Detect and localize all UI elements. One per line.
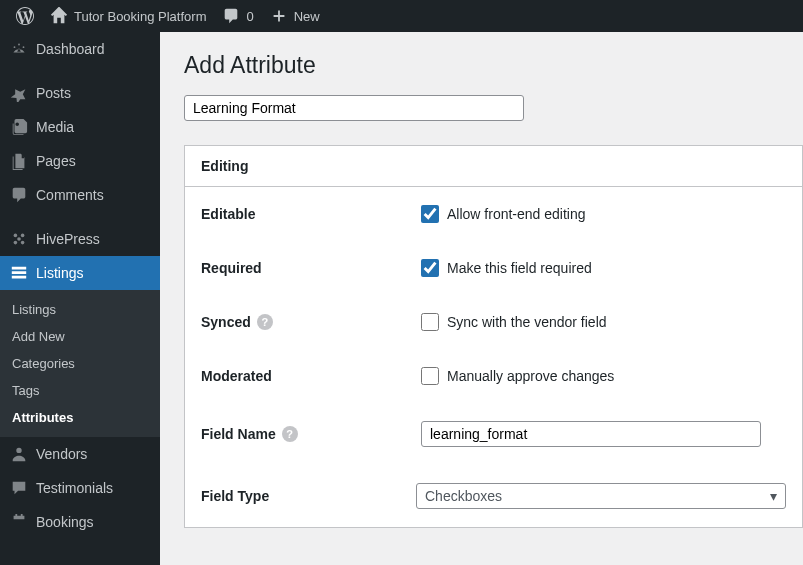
main-content: Add Attribute Editing Editable Allow fro… [160,32,803,565]
new-content-link[interactable]: New [262,0,328,32]
help-icon[interactable]: ? [282,426,298,442]
comment-icon [10,186,28,204]
row-field-name: Field Name ? [185,403,802,465]
checkbox-label-editable: Allow front-end editing [447,206,586,222]
new-label: New [294,9,320,24]
help-icon[interactable]: ? [257,314,273,330]
pages-icon [10,152,28,170]
menu-testimonials[interactable]: Testimonials [0,471,160,505]
panel-header: Editing [185,146,802,187]
admin-topbar: Tutor Booking Platform 0 New [0,0,803,32]
menu-comments[interactable]: Comments [0,178,160,212]
hivepress-icon [10,230,28,248]
label-field-name: Field Name [201,426,276,442]
vendors-icon [10,445,28,463]
checkbox-label-required: Make this field required [447,260,592,276]
svg-point-2 [14,241,18,245]
svg-point-1 [21,234,25,238]
label-field-type: Field Type [201,488,416,504]
media-icon [10,118,28,136]
submenu-listings: Listings Add New Categories Tags Attribu… [0,290,160,437]
input-field-name[interactable] [421,421,761,447]
checkbox-moderated[interactable] [421,367,439,385]
checkbox-editable[interactable] [421,205,439,223]
chevron-down-icon: ▾ [770,488,777,504]
row-required: Required Make this field required [185,241,802,295]
checkbox-label-synced: Sync with the vendor field [447,314,607,330]
comment-icon [222,7,240,25]
comment-count: 0 [246,9,253,24]
admin-sidebar: Dashboard Posts Media Pages Comments Hiv… [0,32,160,565]
home-icon [50,7,68,25]
menu-hivepress[interactable]: HivePress [0,222,160,256]
checkbox-synced[interactable] [421,313,439,331]
plus-icon [270,7,288,25]
label-editable: Editable [201,206,421,222]
svg-point-4 [17,237,21,241]
svg-point-0 [14,234,18,238]
wordpress-icon [16,7,34,25]
bookings-icon [10,513,28,531]
pin-icon [10,84,28,102]
submenu-item-tags[interactable]: Tags [0,377,160,404]
listings-icon [10,264,28,282]
checkbox-label-moderated: Manually approve changes [447,368,614,384]
menu-media[interactable]: Media [0,110,160,144]
row-field-type: Field Type Checkboxes ▾ [185,465,802,527]
submenu-item-listings[interactable]: Listings [0,296,160,323]
submenu-item-add-new[interactable]: Add New [0,323,160,350]
page-title: Add Attribute [184,52,803,79]
submenu-item-categories[interactable]: Categories [0,350,160,377]
menu-dashboard[interactable]: Dashboard [0,32,160,66]
svg-point-3 [21,241,25,245]
menu-pages[interactable]: Pages [0,144,160,178]
menu-bookings[interactable]: Bookings [0,505,160,539]
testimonials-icon [10,479,28,497]
site-name-link[interactable]: Tutor Booking Platform [42,0,214,32]
dashboard-icon [10,40,28,58]
site-name: Tutor Booking Platform [74,9,206,24]
menu-listings[interactable]: Listings [0,256,160,290]
wp-logo[interactable] [8,0,42,32]
menu-vendors[interactable]: Vendors [0,437,160,471]
comments-link[interactable]: 0 [214,0,261,32]
select-value: Checkboxes [425,488,502,504]
checkbox-required[interactable] [421,259,439,277]
row-moderated: Moderated Manually approve changes [185,349,802,403]
label-moderated: Moderated [201,368,421,384]
label-required: Required [201,260,421,276]
select-field-type[interactable]: Checkboxes ▾ [416,483,786,509]
editing-panel: Editing Editable Allow front-end editing… [184,145,803,528]
label-synced: Synced [201,314,251,330]
submenu-item-attributes[interactable]: Attributes [0,404,160,431]
row-synced: Synced ? Sync with the vendor field [185,295,802,349]
menu-posts[interactable]: Posts [0,76,160,110]
attribute-title-input[interactable] [184,95,524,121]
row-editable: Editable Allow front-end editing [185,187,802,241]
